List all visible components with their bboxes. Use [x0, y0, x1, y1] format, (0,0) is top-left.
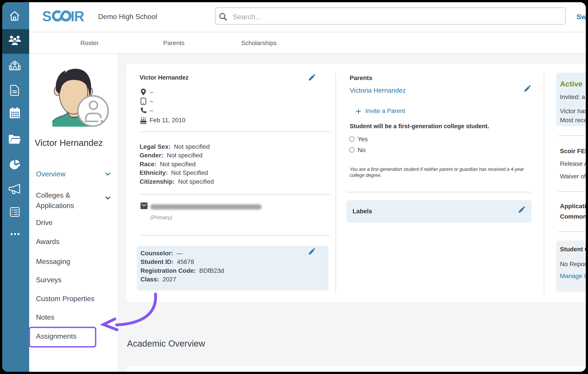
- svg-text:IR: IR: [71, 10, 84, 22]
- svg-text:S: S: [43, 10, 51, 22]
